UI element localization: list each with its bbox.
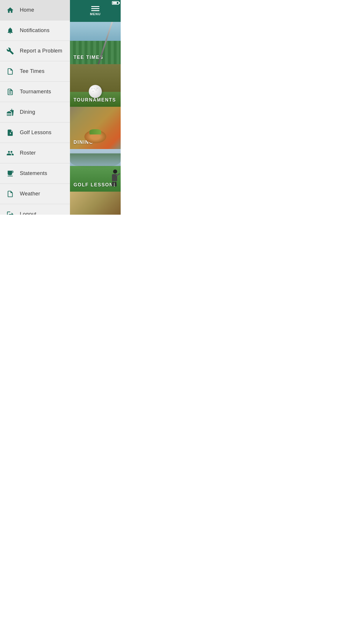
- hamburger-icon: [91, 6, 99, 11]
- sidebar-item-dining-label: Dining: [20, 109, 35, 115]
- partial-tile-bg: [70, 192, 121, 215]
- sidebar-item-roster[interactable]: Roster: [0, 143, 70, 163]
- tile-tournaments[interactable]: TOURNAMENTS: [70, 64, 121, 106]
- sidebar-item-home[interactable]: Home: [0, 0, 70, 20]
- sidebar-item-statements-label: Statements: [20, 170, 47, 176]
- tile-partial[interactable]: [70, 192, 121, 215]
- sidebar-item-home-label: Home: [20, 7, 34, 13]
- home-icon: [6, 6, 15, 15]
- sidebar-item-notifications[interactable]: Notifications: [0, 20, 70, 41]
- sidebar: Home Notifications Report a Problem: [0, 0, 70, 215]
- sidebar-item-tournaments[interactable]: Tournaments: [0, 82, 70, 102]
- sidebar-item-dining[interactable]: Dining: [0, 102, 70, 123]
- sidebar-item-report-problem[interactable]: Report a Problem: [0, 41, 70, 61]
- menu-button[interactable]: MENU: [90, 6, 101, 16]
- sidebar-item-tee-times-label: Tee Times: [20, 68, 45, 74]
- status-bar: [94, 0, 121, 6]
- sidebar-item-notifications-label: Notifications: [20, 27, 50, 34]
- app-container: Home Notifications Report a Problem: [0, 0, 121, 215]
- sidebar-item-roster-label: Roster: [20, 150, 36, 156]
- tile-golf-lessons[interactable]: GOLF LESSONS: [70, 149, 121, 191]
- sidebar-item-report-problem-label: Report a Problem: [20, 48, 62, 54]
- logout-icon: [6, 210, 15, 215]
- wrench-icon: [6, 47, 15, 55]
- tile-golf-lessons-label: GOLF LESSONS: [73, 182, 117, 188]
- sidebar-item-tee-times[interactable]: Tee Times: [0, 61, 70, 82]
- sidebar-item-logout-label: Logout: [20, 211, 36, 215]
- golf-lesson-icon: [6, 128, 15, 137]
- content-panel: MENU TEE TIMES: [70, 0, 121, 215]
- sidebar-item-tournaments-label: Tournaments: [20, 89, 51, 95]
- sidebar-item-golf-lessons[interactable]: Golf Lessons: [0, 123, 70, 143]
- weather-icon: [6, 190, 15, 198]
- tile-dining[interactable]: DINING: [70, 107, 121, 149]
- sidebar-item-weather-label: Weather: [20, 191, 40, 197]
- tile-tournaments-label: TOURNAMENTS: [73, 97, 116, 103]
- sidebar-item-weather[interactable]: Weather: [0, 184, 70, 204]
- battery-fill: [113, 2, 117, 4]
- menu-label: MENU: [90, 12, 101, 16]
- tee-times-icon: [6, 67, 15, 76]
- tiles-container: TEE TIMES TOURNAMENTS: [70, 22, 121, 215]
- roster-icon: [6, 149, 15, 158]
- tournaments-icon: [6, 88, 15, 96]
- bell-icon: [6, 26, 15, 35]
- tile-tee-times[interactable]: TEE TIMES: [70, 22, 121, 64]
- battery-icon: [112, 1, 119, 5]
- sidebar-item-statements[interactable]: Statements: [0, 163, 70, 184]
- statements-icon: [6, 169, 15, 178]
- fork-knife-icon: [6, 108, 15, 117]
- sidebar-item-logout[interactable]: Logout: [0, 204, 70, 215]
- sidebar-item-golf-lessons-label: Golf Lessons: [20, 130, 52, 136]
